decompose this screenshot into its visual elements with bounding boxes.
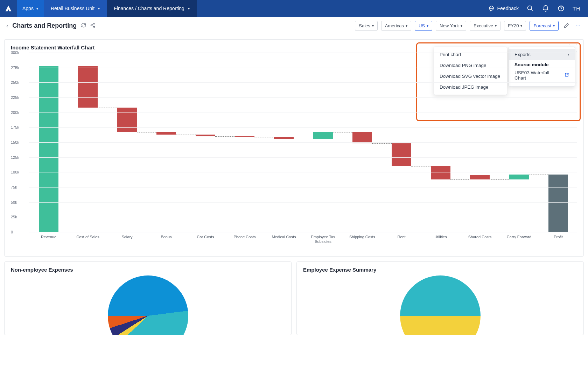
chevron-down-icon: ▾	[553, 24, 555, 28]
y-tick-label: 50k	[11, 200, 17, 204]
waterfall-bar-bonus[interactable]	[156, 132, 176, 135]
waterfall-bar-shared-costs[interactable]	[470, 175, 490, 179]
apps-label: Apps	[22, 6, 34, 11]
page-header: ‹ Charts and Reporting Sales▾Americas▾US…	[0, 17, 588, 35]
chevron-down-icon: ▾	[495, 24, 497, 28]
filter-label: New York	[440, 23, 459, 28]
search-button[interactable]	[526, 5, 534, 12]
y-tick-label: 75k	[11, 185, 17, 189]
y-tick-label: 200k	[11, 110, 19, 115]
chevron-down-icon: ▾	[427, 24, 428, 28]
x-tick-label: Profit	[554, 235, 563, 239]
x-tick-label: Car Costs	[197, 235, 214, 239]
filter-chip-forecast[interactable]: Forecast▾	[530, 21, 559, 31]
help-button[interactable]	[557, 5, 565, 12]
waterfall-connector	[529, 175, 548, 175]
feedback-label: Feedback	[497, 6, 519, 11]
svg-point-4	[528, 6, 532, 10]
filter-label: Sales	[359, 23, 370, 28]
waterfall-bar-utilities[interactable]	[431, 166, 450, 179]
svg-point-2	[491, 8, 492, 9]
chevron-down-icon: ▾	[372, 24, 374, 28]
x-tick-label: Employee Tax Subsidies	[306, 235, 340, 244]
y-tick-label: 25k	[11, 215, 17, 219]
waterfall-bar-car-costs[interactable]	[196, 135, 215, 136]
svg-point-3	[492, 8, 493, 9]
chevron-down-icon: ▾	[520, 24, 522, 28]
employee-expense-summary-pie	[400, 275, 481, 335]
page-title: Charts and Reporting	[12, 22, 77, 29]
card-title: Employee Expense Summary	[303, 267, 577, 273]
waterfall-connector	[294, 139, 313, 139]
x-tick-label: Utilities	[434, 235, 447, 239]
x-tick-label: Cost of Sales	[76, 235, 99, 239]
app-logo[interactable]	[0, 0, 17, 17]
waterfall-bar-profit[interactable]	[548, 175, 568, 232]
waterfall-connector	[137, 132, 156, 132]
page-more-button[interactable]: ⋯	[574, 23, 582, 28]
user-avatar[interactable]: TH	[573, 6, 580, 12]
waterfall-bar-carry-forward[interactable]	[509, 175, 529, 179]
filter-bar: Sales▾Americas▾US▾New York▾Executive▾FY2…	[355, 21, 582, 31]
waterfall-connector	[450, 179, 470, 180]
breadcrumb-workspace-label: Retail Business Unit	[51, 6, 94, 11]
non-employee-expenses-card: Non-employee Expenses	[4, 261, 292, 335]
waterfall-connector	[98, 108, 117, 108]
waterfall-bar-rent[interactable]	[392, 143, 411, 166]
y-tick-label: 250k	[11, 80, 19, 84]
filter-chip-executive[interactable]: Executive▾	[470, 21, 500, 31]
feedback-button[interactable]: Feedback	[488, 5, 519, 12]
filter-label: Executive	[474, 23, 493, 28]
waterfall-bar-cost-of-sales[interactable]	[78, 66, 98, 108]
waterfall-connector	[58, 66, 78, 66]
x-tick-label: Shared Costs	[468, 235, 492, 239]
filter-label: Americas	[385, 23, 404, 28]
breadcrumb-workspace[interactable]: Retail Business Unit ▾	[44, 0, 107, 17]
waterfall-chart: RevenueCost of SalesSalaryBonusCar Costs…	[11, 53, 577, 249]
breadcrumb-page-label: Finances / Charts and Reporting	[114, 6, 184, 11]
filter-chip-us[interactable]: US▾	[415, 21, 432, 31]
filter-chip-new-york[interactable]: New York▾	[436, 21, 466, 31]
waterfall-connector	[176, 135, 196, 135]
waterfall-bar-phone-costs[interactable]	[235, 136, 254, 137]
y-tick-label: 0	[11, 230, 13, 234]
waterfall-connector	[411, 166, 431, 166]
waterfall-connector	[254, 137, 274, 137]
refresh-icon[interactable]	[81, 22, 86, 29]
apps-menu-button[interactable]: Apps ▾	[17, 0, 44, 17]
waterfall-bar-medical-costs[interactable]	[274, 137, 294, 139]
share-icon[interactable]	[90, 22, 96, 29]
waterfall-bar-revenue[interactable]	[39, 66, 58, 232]
chevron-down-icon: ▾	[98, 7, 100, 11]
y-tick-label: 275k	[11, 66, 19, 70]
filter-chip-fy20[interactable]: FY20▾	[504, 21, 526, 31]
filter-chip-americas[interactable]: Americas▾	[381, 21, 411, 31]
breadcrumb-page[interactable]: Finances / Charts and Reporting ▾	[107, 0, 197, 17]
x-tick-label: Rent	[397, 235, 405, 239]
waterfall-bar-employee-tax-subsidies[interactable]	[313, 132, 333, 139]
y-tick-label: 100k	[11, 170, 19, 174]
y-tick-label: 150k	[11, 140, 19, 144]
svg-line-12	[92, 26, 94, 27]
income-statement-waterfall-card: Income Statement Waterfall Chart ⋯ Expor…	[4, 39, 584, 257]
x-tick-label: Revenue	[41, 235, 56, 239]
edit-button[interactable]	[562, 22, 571, 29]
x-tick-label: Medical Costs	[272, 235, 296, 239]
waterfall-bar-shipping-costs[interactable]	[352, 132, 372, 143]
chevron-down-icon: ▾	[188, 7, 190, 11]
notifications-button[interactable]	[542, 5, 550, 12]
chevron-down-icon: ▾	[461, 24, 462, 28]
waterfall-connector	[372, 143, 392, 144]
y-tick-label: 175k	[11, 125, 19, 129]
filter-chip-sales[interactable]: Sales▾	[355, 21, 378, 31]
waterfall-bar-salary[interactable]	[117, 108, 137, 132]
speech-bubble-icon	[488, 5, 495, 12]
x-tick-label: Bonus	[161, 235, 172, 239]
filter-label: Forecast	[533, 23, 551, 28]
chevron-down-icon: ▾	[406, 24, 407, 28]
global-top-bar: Apps ▾ Retail Business Unit ▾ Finances /…	[0, 0, 588, 17]
back-button[interactable]: ‹	[6, 23, 8, 29]
x-tick-label: Phone Costs	[234, 235, 256, 239]
svg-point-7	[561, 10, 561, 10]
x-tick-label: Shipping Costs	[349, 235, 375, 239]
